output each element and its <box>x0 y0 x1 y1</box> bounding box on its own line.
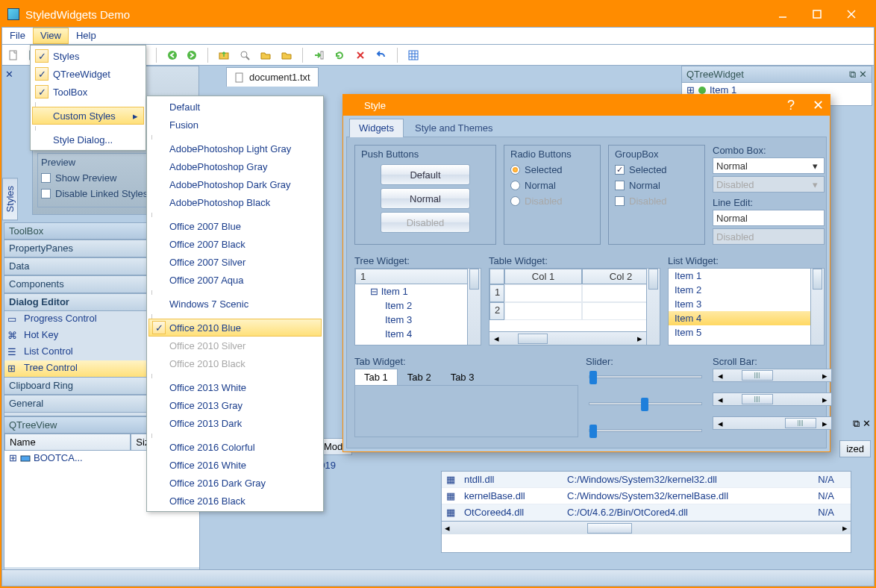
check-normal[interactable]: Normal <box>615 180 698 191</box>
table-row[interactable]: ▦kernelBase.dllC:/Windows/System32/kerne… <box>442 488 851 504</box>
radio-selected[interactable]: Selected <box>510 164 594 175</box>
tree-node[interactable]: Item 3 <box>355 313 481 327</box>
close-icon[interactable]: ✕ <box>863 418 871 430</box>
side-tab-styles[interactable]: Styles <box>2 178 18 220</box>
small-tab-2[interactable]: Tab 2 <box>398 369 441 386</box>
tree-node[interactable]: Item 4 <box>355 327 481 341</box>
style-option[interactable]: Office 2016 Black <box>148 492 322 510</box>
style-option[interactable]: Default <box>148 98 322 116</box>
scrollbar-vertical[interactable] <box>810 269 824 345</box>
grid-icon[interactable] <box>405 47 422 63</box>
radio-normal[interactable]: Normal <box>510 180 594 191</box>
slider-2[interactable] <box>586 395 705 412</box>
list-item[interactable]: Item 3 <box>669 297 824 311</box>
push-normal-button[interactable]: Normal <box>381 188 470 209</box>
style-option[interactable]: Windows 7 Scenic <box>148 295 322 313</box>
file-table-hscroll[interactable]: ◂▸ <box>442 521 851 534</box>
scrollbar-horizontal[interactable]: ◂▸ <box>489 331 646 345</box>
scrollbar-demo-2[interactable]: ◂▸ <box>713 392 832 406</box>
pin-icon[interactable]: ⧉ <box>849 69 856 81</box>
refresh-icon[interactable] <box>331 47 348 63</box>
style-option[interactable]: Fusion <box>148 116 322 134</box>
style-option[interactable]: AdobePhotoshop Light Gray <box>148 140 322 157</box>
style-option[interactable]: Office 2016 Colorful <box>148 438 322 456</box>
table-row[interactable]: ▦OtCoreed4.dllC:/Ot/4.6.2/Bin/OtCored4.d… <box>442 504 851 521</box>
scrollbar-demo-3[interactable]: ◂▸ <box>713 416 832 430</box>
style-option[interactable]: AdobePhotoshop Dark Gray <box>148 175 322 193</box>
menu-file[interactable]: File <box>2 28 33 44</box>
style-option[interactable]: AdobePhotoshop Black <box>148 193 322 211</box>
back-icon[interactable] <box>164 47 181 63</box>
delete-icon[interactable] <box>352 47 369 63</box>
column-name[interactable]: Name <box>4 434 131 451</box>
right-pane-controls: ⧉✕ <box>853 418 871 430</box>
menu-item-toolbox[interactable]: ✓ToolBox <box>32 83 144 101</box>
folder-up-icon[interactable] <box>216 47 232 63</box>
close-button[interactable] <box>834 1 869 27</box>
export-icon[interactable] <box>310 47 327 63</box>
style-option[interactable]: AdobePhotoshop Gray <box>148 157 322 175</box>
slider-1[interactable] <box>586 369 705 385</box>
table-widget[interactable]: Col 1 Col 2 1 2 ◂▸ <box>489 268 660 345</box>
scrollbar-vertical[interactable] <box>646 269 660 345</box>
list-item[interactable]: Item 5 <box>669 325 824 340</box>
list-item[interactable]: Item 4 <box>669 311 824 325</box>
style-option[interactable]: Office 2013 White <box>148 378 322 396</box>
pin-icon[interactable]: ⧉ <box>853 418 860 430</box>
small-tab-3[interactable]: Tab 3 <box>441 369 484 386</box>
menu-view[interactable]: View <box>33 28 69 44</box>
slider-3[interactable] <box>586 422 705 439</box>
style-option[interactable]: Office 2007 Silver <box>148 253 322 271</box>
style-option[interactable]: Office 2007 Aqua <box>148 271 322 289</box>
tree-node[interactable]: ⊟ Item 1 <box>355 284 481 298</box>
style-option[interactable]: Office 2013 Dark <box>148 414 322 432</box>
combo-normal[interactable]: Normal▾ <box>713 157 825 174</box>
style-option[interactable]: Office 2016 White <box>148 456 322 474</box>
style-option[interactable]: Office 2007 Blue <box>148 217 322 235</box>
new-doc-icon[interactable] <box>5 47 22 63</box>
menu-item-styles[interactable]: ✓Styles <box>32 47 144 65</box>
document-tab[interactable]: document1.txt <box>226 67 319 87</box>
check-disabled: Disabled <box>615 196 698 207</box>
open-folder2-icon[interactable] <box>278 47 295 63</box>
undo-icon[interactable] <box>373 47 389 63</box>
open-folder-icon[interactable] <box>257 47 274 63</box>
style-option[interactable]: Office 2013 Gray <box>148 396 322 414</box>
close-icon[interactable]: ✕ <box>859 69 867 81</box>
dialog-close-button[interactable]: ✕ <box>813 97 824 113</box>
tree-node[interactable]: Item 2 <box>355 298 481 313</box>
style-option[interactable]: ✓Office 2010 Blue <box>148 319 322 337</box>
svg-rect-4 <box>10 51 16 60</box>
menu-item-qtreewidget[interactable]: ✓QTreeWidget <box>32 65 144 83</box>
small-tab-1[interactable]: Tab 1 <box>354 369 398 386</box>
close-pane-icon[interactable]: ✕ <box>5 69 13 80</box>
push-default-button[interactable]: Default <box>381 164 470 185</box>
style-option[interactable]: Office 2007 Black <box>148 235 322 253</box>
tab-style-themes[interactable]: Style and Themes <box>405 119 503 137</box>
help-button[interactable]: ? <box>787 98 795 113</box>
scrollbar-vertical[interactable] <box>467 269 481 345</box>
style-option[interactable]: Office 2016 Dark Gray <box>148 474 322 492</box>
check-selected[interactable]: Selected <box>615 164 698 175</box>
list-widget[interactable]: Item 1 Item 2 Item 3 Item 4 Item 5 <box>668 268 825 345</box>
svg-rect-25 <box>236 73 243 82</box>
expand-icon[interactable]: ⊞ <box>9 452 17 463</box>
check-icon: ✓ <box>152 321 166 334</box>
tree-icon: ⊞ <box>7 363 19 375</box>
search-icon[interactable] <box>237 47 253 63</box>
tab-widgets[interactable]: Widgets <box>349 119 404 137</box>
table-row[interactable]: ▦ntdll.dllC:/Windows/System32/kernel32.d… <box>442 472 851 488</box>
menu-help[interactable]: Help <box>69 28 104 44</box>
list-item[interactable]: Item 2 <box>669 283 824 297</box>
menu-item-custom-styles[interactable]: Custom Styles▸ <box>32 107 144 125</box>
lineedit-normal[interactable]: Normal <box>713 210 825 226</box>
menu-item-style-dialog[interactable]: Style Dialog... <box>32 131 144 148</box>
scrollbar-demo-1[interactable]: ◂▸ <box>713 369 832 382</box>
tree-widget[interactable]: 1 ⊟ Item 1 Item 2 Item 3 Item 4 <box>354 268 481 345</box>
minimize-button[interactable] <box>766 1 800 27</box>
radio-disabled: Disabled <box>510 196 594 207</box>
maximize-button[interactable] <box>800 1 834 27</box>
list-item[interactable]: Item 1 <box>669 269 824 283</box>
forward-icon[interactable] <box>184 47 200 63</box>
sized-tab[interactable]: ized <box>839 440 871 457</box>
